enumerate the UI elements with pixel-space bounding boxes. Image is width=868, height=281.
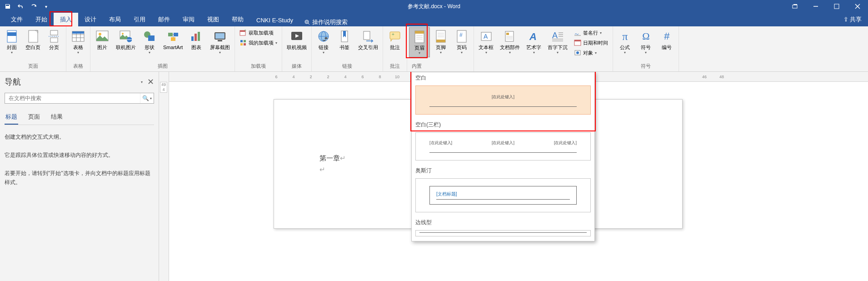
chart-button[interactable]: 图表 — [186, 27, 206, 52]
tell-me-search[interactable]: 操作说明搜索 — [299, 18, 352, 26]
footer-button[interactable]: 页脚▾ — [431, 27, 451, 56]
my-addins-button[interactable]: 我的加载项 ▾ — [238, 38, 279, 47]
tab-cnki[interactable]: CNKI E-Study — [250, 14, 299, 26]
nav-pane-menu[interactable]: ▾ — [141, 80, 143, 84]
cross-reference-button[interactable]: 交叉引用 — [355, 27, 381, 52]
page-break-button[interactable]: 分页 — [44, 27, 64, 52]
tab-file[interactable]: 文件 — [5, 13, 29, 26]
svg-rect-31 — [191, 36, 194, 41]
header-button[interactable]: 页眉▾ — [409, 27, 430, 57]
navigation-pane: 导航 ▾ ✕ 🔍 ▾ 标题 页面 结果 创建文档的交互式大纲。 它是跟踪具体位置… — [0, 72, 159, 281]
tab-mailings[interactable]: 邮件 — [152, 13, 176, 26]
svg-point-22 — [99, 33, 101, 35]
group-comments-label: 批注 — [385, 62, 405, 70]
window-controls — [784, 0, 868, 13]
blank-page-button[interactable]: 空白页 — [23, 27, 43, 52]
svg-rect-11 — [29, 30, 38, 42]
object-button[interactable]: 对象 ▾ — [572, 48, 610, 57]
table-button[interactable]: 表格▾ — [68, 27, 88, 56]
screenshot-button[interactable]: 屏幕截图▾ — [207, 27, 233, 56]
link-button[interactable]: 链接▾ — [314, 27, 334, 56]
tell-me-label: 操作说明搜索 — [312, 18, 348, 26]
number-button[interactable]: #编号 — [657, 27, 677, 52]
group-illustrations: 图片 联机图片 形状▾ SmartArt 图表 屏幕截图▾ 插图 — [90, 26, 235, 71]
svg-rect-35 — [215, 33, 224, 39]
gallery-item-blank3[interactable]: [在此处键入] [在此处键入] [在此处键入] — [415, 132, 591, 161]
svg-rect-67 — [506, 33, 509, 35]
nav-tab-pages[interactable]: 页面 — [27, 110, 41, 125]
group-tables: 表格▾ 表格 — [66, 26, 90, 71]
gallery-item-austin-label: 奥斯汀 — [412, 165, 594, 176]
tab-references[interactable]: 引用 — [127, 13, 152, 26]
comment-button[interactable]: +批注 — [385, 27, 405, 52]
gallery-item-border[interactable] — [415, 230, 591, 236]
nav-body-p2: 它是跟踪具体位置或快速移动内容的好方式。 — [5, 151, 154, 160]
svg-rect-12 — [50, 30, 58, 35]
document-area: 6422468101214161820224648 第一章↵ ↵ 空白 [在此处… — [169, 72, 868, 281]
svg-text:#: # — [459, 32, 463, 38]
tab-view[interactable]: 视图 — [201, 13, 225, 26]
svg-rect-40 — [240, 40, 243, 42]
redo-button[interactable] — [28, 1, 38, 11]
equation-button[interactable]: π公式▾ — [615, 27, 635, 56]
tab-help[interactable]: 帮助 — [225, 13, 250, 26]
picture-button[interactable]: 图片 — [92, 27, 112, 52]
header-gallery-dropdown: 空白 [在此处键入] 空白(三栏) [在此处键入] [在此处键入] [在此处键入… — [411, 72, 595, 241]
svg-point-24 — [122, 33, 124, 35]
drop-cap-button[interactable]: A首字下沉▾ — [545, 27, 570, 56]
group-header-footer: 页眉▾ 页脚▾ #页码▾ 内置 — [407, 26, 474, 71]
ribbon-display-options[interactable] — [784, 0, 805, 13]
nav-tab-results[interactable]: 结果 — [50, 110, 64, 125]
tab-home[interactable]: 开始 — [29, 13, 54, 26]
nav-search-button[interactable]: 🔍 ▾ — [140, 93, 154, 103]
nav-tab-headings[interactable]: 标题 — [5, 110, 18, 125]
smartart-button[interactable]: SmartArt — [160, 27, 185, 52]
cover-page-button[interactable]: 封面▾ — [2, 27, 22, 56]
group-addins: +获取加载项 我的加载项 ▾ 加载项 — [235, 26, 282, 71]
svg-rect-80 — [574, 40, 581, 41]
group-pages-label: 页面 — [2, 62, 64, 70]
share-button[interactable]: ⇪共享 — [837, 13, 868, 26]
shapes-button[interactable]: 形状▾ — [140, 27, 160, 56]
svg-rect-1 — [793, 4, 797, 5]
svg-text:+: + — [244, 29, 246, 33]
tab-design[interactable]: 设计 — [78, 13, 103, 26]
bookmark-button[interactable]: 书签 — [334, 27, 354, 52]
symbol-button[interactable]: Ω符号▾ — [636, 27, 656, 56]
qat-customize[interactable]: ▾ — [41, 1, 51, 11]
gallery-item-blank[interactable]: [在此处键入] — [415, 85, 591, 115]
get-addins-button[interactable]: +获取加载项 — [238, 28, 279, 37]
text-box-button[interactable]: A文本框▾ — [476, 27, 496, 56]
signature-line-button[interactable]: 签名行 ▾ — [572, 28, 610, 37]
svg-rect-9 — [7, 30, 16, 42]
close-button[interactable] — [847, 0, 868, 13]
save-button[interactable] — [3, 1, 13, 11]
title-bar: ▾ 参考文献.docx - Word — [0, 0, 868, 13]
group-links: 链接▾ 书签 交叉引用 链接 — [312, 26, 383, 71]
tab-layout[interactable]: 布局 — [103, 13, 127, 26]
gallery-item-austin[interactable]: [文档标题] — [415, 178, 591, 212]
tab-review[interactable]: 审阅 — [176, 13, 201, 26]
svg-rect-43 — [244, 43, 246, 45]
date-time-button[interactable]: 日期和时间 — [572, 38, 610, 47]
gallery-item-blank-label: 空白 — [412, 72, 594, 84]
nav-tabs: 标题 页面 结果 — [5, 110, 154, 125]
tab-insert[interactable]: 插入 — [54, 13, 78, 26]
ribbon: 封面▾ 空白页 分页 页面 表格▾ 表格 图片 联机图片 形状▾ SmartAr… — [0, 26, 868, 72]
minimize-button[interactable] — [805, 0, 826, 13]
maximize-button[interactable] — [826, 0, 847, 13]
group-symbols: π公式▾ Ω符号▾ #编号 符号 — [613, 26, 679, 71]
quick-parts-button[interactable]: 文档部件▾ — [497, 27, 523, 56]
nav-search-input[interactable] — [5, 93, 140, 103]
nav-pane-close[interactable]: ✕ — [147, 77, 154, 87]
online-video-button[interactable]: 联机视频 — [284, 27, 309, 52]
group-comments: +批注 批注 — [383, 26, 407, 71]
page-number-button[interactable]: #页码▾ — [452, 27, 472, 56]
nav-body-p3: 若要开始，请转到"开始"选项卡，并向文档中的标题应用标题样式。 — [5, 169, 154, 187]
share-label: 共享 — [850, 16, 862, 23]
online-pictures-button[interactable]: 联机图片 — [113, 27, 139, 52]
svg-text:A: A — [484, 33, 488, 40]
wordart-button[interactable]: A艺术字▾ — [524, 27, 544, 56]
undo-button[interactable] — [15, 1, 25, 11]
nav-search-box[interactable]: 🔍 ▾ — [5, 93, 154, 104]
